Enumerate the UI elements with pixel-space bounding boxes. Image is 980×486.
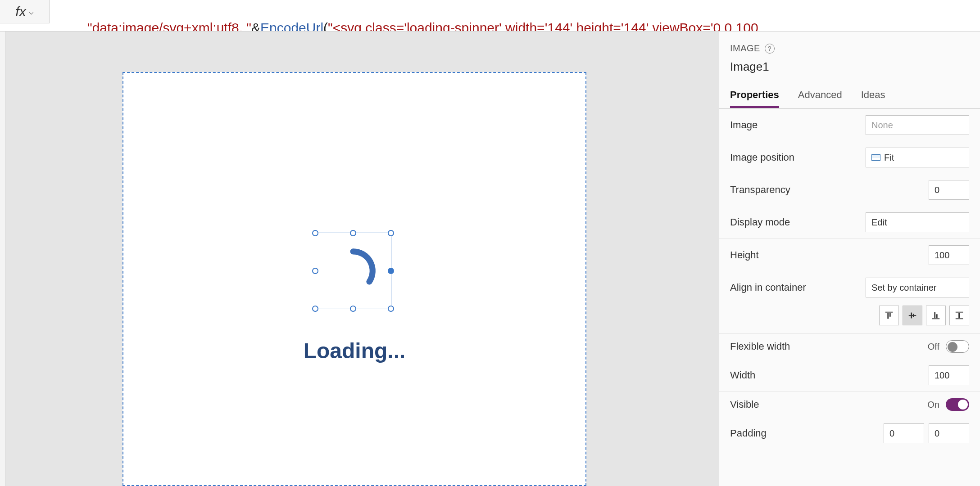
prop-align-label: Align in container bbox=[730, 282, 860, 293]
prop-image-position-text: Fit bbox=[884, 153, 894, 163]
formula-token-string-tail: "<svg class='loading-spinner' width='144… bbox=[328, 20, 758, 32]
formula-input[interactable]: "data:image/svg+xml;utf8, "&EncodeUrl("<… bbox=[50, 0, 980, 32]
prop-height-label: Height bbox=[730, 249, 923, 261]
align-stretch-button[interactable] bbox=[949, 306, 969, 325]
visible-toggle[interactable] bbox=[946, 398, 969, 411]
image-position-icon bbox=[871, 154, 880, 161]
svg-rect-8 bbox=[936, 314, 938, 318]
resize-handle-top-center[interactable] bbox=[350, 230, 356, 236]
tab-ideas[interactable]: Ideas bbox=[861, 89, 885, 108]
formula-token-fn: EncodeUrl bbox=[260, 20, 323, 32]
loading-label: Loading... bbox=[304, 338, 406, 363]
prop-width-value[interactable]: 100 bbox=[929, 365, 969, 385]
svg-rect-1 bbox=[887, 313, 889, 319]
chevron-down-icon: ⌵ bbox=[29, 7, 34, 17]
formula-bar: fx ⌵ "data:image/svg+xml;utf8, "&EncodeU… bbox=[0, 0, 980, 32]
control-type-row: IMAGE ? bbox=[730, 43, 969, 54]
prop-display-mode-value[interactable]: Edit bbox=[866, 212, 969, 232]
svg-rect-2 bbox=[889, 313, 891, 317]
image-control-selected[interactable] bbox=[315, 233, 391, 309]
resize-handle-mid-left[interactable] bbox=[312, 268, 318, 274]
prop-transparency-label: Transparency bbox=[730, 184, 923, 196]
resize-handle-bottom-left[interactable] bbox=[312, 306, 318, 312]
resize-handle-mid-right[interactable] bbox=[388, 268, 394, 274]
canvas-area[interactable]: Loading... bbox=[5, 32, 719, 486]
prop-align-value[interactable]: Set by container bbox=[866, 278, 969, 297]
prop-visible-label: Visible bbox=[730, 399, 921, 410]
resize-handle-top-right[interactable] bbox=[388, 230, 394, 236]
workspace: Loading... IMAGE ? Image1 Properties Adv… bbox=[0, 32, 980, 486]
svg-rect-4 bbox=[911, 313, 912, 319]
resize-handle-top-left[interactable] bbox=[312, 230, 318, 236]
prop-image-position-value[interactable]: Fit bbox=[866, 148, 969, 167]
prop-group-layout: Height 100 Align in container Set by con… bbox=[719, 238, 980, 333]
prop-visible-state: On bbox=[927, 400, 939, 410]
fx-label: fx bbox=[15, 4, 26, 19]
flex-width-toggle[interactable] bbox=[946, 340, 969, 353]
spinner-icon bbox=[326, 244, 380, 298]
prop-transparency-value[interactable]: 0 bbox=[929, 180, 969, 200]
help-icon[interactable]: ? bbox=[765, 44, 775, 54]
control-name[interactable]: Image1 bbox=[730, 60, 969, 74]
prop-padding-a[interactable]: 0 bbox=[884, 423, 924, 443]
prop-display-mode-label: Display mode bbox=[730, 216, 860, 228]
align-bottom-button[interactable] bbox=[926, 306, 946, 325]
properties-panel: IMAGE ? Image1 Properties Advanced Ideas… bbox=[719, 32, 980, 486]
control-type-label: IMAGE bbox=[730, 43, 760, 54]
formula-token-op: & bbox=[251, 20, 260, 32]
prop-flex-width-label: Flexible width bbox=[730, 341, 921, 352]
resize-handle-bottom-right[interactable] bbox=[388, 306, 394, 312]
prop-padding-label: Padding bbox=[730, 428, 878, 439]
properties-header: IMAGE ? Image1 bbox=[719, 32, 980, 78]
align-middle-button[interactable] bbox=[903, 306, 922, 325]
fx-button[interactable]: fx ⌵ bbox=[0, 0, 50, 23]
screen-container[interactable]: Loading... bbox=[122, 72, 586, 486]
left-gutter bbox=[0, 32, 5, 486]
prop-image-label: Image bbox=[730, 119, 860, 131]
prop-padding-b[interactable]: 0 bbox=[929, 423, 969, 443]
prop-width-label: Width bbox=[730, 369, 923, 381]
align-top-button[interactable] bbox=[879, 306, 899, 325]
properties-tabs: Properties Advanced Ideas bbox=[719, 78, 980, 108]
prop-height-value[interactable]: 100 bbox=[929, 245, 969, 265]
tab-properties[interactable]: Properties bbox=[730, 89, 779, 108]
align-buttons bbox=[719, 304, 980, 333]
prop-group-image: Image None Image position Fit Transparen… bbox=[719, 108, 980, 238]
svg-rect-7 bbox=[934, 312, 935, 318]
prop-image-value[interactable]: None bbox=[866, 115, 969, 135]
tab-advanced[interactable]: Advanced bbox=[798, 89, 842, 108]
prop-flex-width-state: Off bbox=[928, 342, 939, 352]
svg-rect-5 bbox=[913, 314, 914, 317]
svg-rect-11 bbox=[958, 313, 960, 318]
prop-group-width: Flexible width Off Width 100 bbox=[719, 333, 980, 392]
prop-image-position-label: Image position bbox=[730, 152, 860, 163]
formula-token-paren: ( bbox=[323, 20, 328, 32]
formula-token-string: "data:image/svg+xml;utf8, " bbox=[87, 20, 251, 32]
prop-group-visible: Visible On Padding 0 0 bbox=[719, 392, 980, 450]
resize-handle-bottom-center[interactable] bbox=[350, 306, 356, 312]
